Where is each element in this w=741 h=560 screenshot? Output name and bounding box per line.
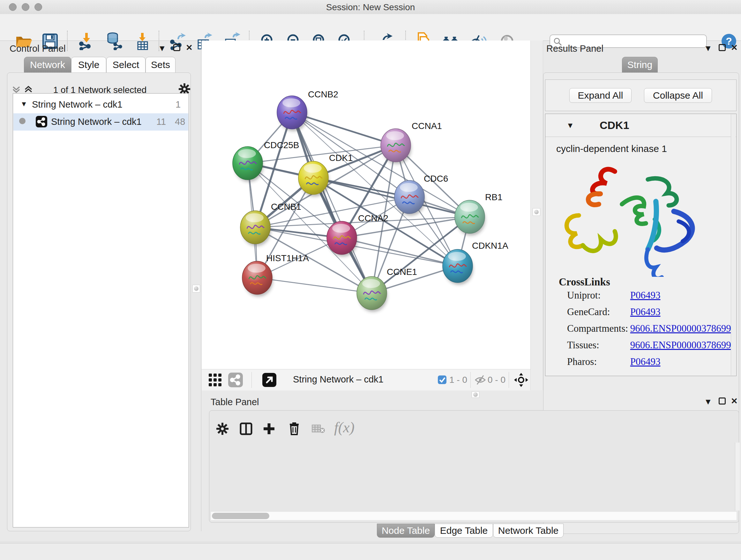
network-edge-count: 48 [175,117,185,127]
crosslink-genecard-link[interactable]: P06493 [630,306,661,317]
network-node-CCNE1[interactable]: CCNE1 [357,267,417,312]
protein-description: cyclin-dependent kinase 1 [556,143,667,154]
crosslink-row: Uniprot: P06493 [567,290,733,304]
results-scrollbar[interactable] [731,114,736,375]
grid-view-icon[interactable] [208,373,222,387]
collapse-all-button[interactable]: Collapse All [644,88,712,103]
network-view-title: String Network – cdk1 [293,374,384,385]
crosslink-compartments-link[interactable]: 9606.ENSP00000378699 [630,323,731,334]
main-toolbar: ? [0,14,741,41]
tab-string[interactable]: String [622,57,658,73]
delete-column-icon[interactable] [288,422,300,435]
results-panel-float-icon[interactable] [719,44,726,51]
results-panel-title: Results Panel [546,44,603,54]
crosslink-row: Compartments: 9606.ENSP00000378699 [567,323,733,337]
network-node-label: CDC6 [424,174,448,184]
tab-network-table[interactable]: Network Table [493,523,563,538]
network-node-label: RB1 [485,192,502,202]
crosslink-label: Uniprot: [567,290,628,301]
crosslink-label: Pharos: [567,356,628,368]
crosslink-tissues-link[interactable]: 9606.ENSP00000378699 [630,339,731,351]
network-node-CCNA1[interactable]: CCNA1 [381,121,442,164]
horizontal-splitter-handle[interactable] [472,391,479,398]
control-panel-menu-icon[interactable]: ▼ [158,44,166,52]
toolbar-separator [67,30,68,51]
protein-card-header[interactable]: ▼ CDK1 [545,114,736,137]
delete-table-icon-disabled [312,425,325,434]
network-node-label: CDK1 [329,153,353,163]
network-node-CDKN1A[interactable]: CDKN1A [443,241,509,285]
table-panel-menu-icon[interactable]: ▼ [704,397,712,406]
network-node-label: CCNE1 [387,267,417,277]
crosslink-uniprot-link[interactable]: P06493 [630,290,661,301]
hidden-node-edge-count: 0 - 0 [488,375,506,385]
import-network-database-icon[interactable] [105,32,123,50]
tab-edge-table[interactable]: Edge Table [434,523,493,538]
network-node-label: CDC25B [264,140,299,150]
table-horizontal-scrollbar[interactable] [211,512,737,520]
tab-network[interactable]: Network [24,57,71,73]
network-node-HIST1H1A[interactable]: HIST1H1A [242,253,309,297]
control-panel-title: Control Panel [10,44,66,54]
results-panel-close-icon[interactable]: ✕ [731,44,738,52]
network-collection-row[interactable]: ▼ String Network – cdk1 1 [13,96,188,113]
expand-collapse-bar: Expand All Collapse All [545,79,737,111]
selected-node-edge-count: 1 - 0 [449,375,467,385]
protein-collapse-icon[interactable]: ▼ [566,121,574,130]
network-node-label: CCNB2 [308,89,338,99]
network-edge-CCNB2-CCNA1[interactable] [292,112,396,145]
birdseye-navigator-icon[interactable] [514,373,529,387]
string-app-icon [36,116,47,127]
collection-label: String Network – cdk1 [32,99,123,110]
control-panel-float-icon[interactable] [173,44,180,51]
crosslink-row: GeneCard: P06493 [567,306,733,320]
tab-style[interactable]: Style [71,57,106,73]
network-edge-HIST1H1A-CCNE1[interactable] [257,278,372,293]
right-splitter-handle[interactable] [533,208,540,216]
collection-expand-icon[interactable]: ▼ [20,100,27,108]
crosslink-label: Compartments: [567,323,628,334]
crosslink-pharos-link[interactable]: P06493 [630,356,661,367]
table-panel-float-icon[interactable] [719,397,726,405]
crosslink-label: Tissues: [567,339,628,351]
network-node-label: CCNA1 [412,121,442,131]
network-row-selected[interactable]: String Network – cdk1 11 48 [13,113,188,131]
network-edge-CCNA2-CDKN1A[interactable] [342,238,458,266]
status-bar: Memory [0,543,741,560]
tab-select[interactable]: Select [106,57,145,73]
toolbar-separator [470,372,471,388]
crosslink-row: Pharos: P06493 [567,356,733,370]
results-panel-menu-icon[interactable]: ▼ [704,44,712,52]
network-node-label: CDKN1A [472,241,509,251]
function-builder-icon: f(x) [334,419,354,436]
crosslink-label: GeneCard: [567,306,628,318]
string-view-icon[interactable] [228,373,243,387]
left-splitter[interactable] [201,41,201,531]
show-columns-icon[interactable] [240,422,253,435]
toolbar-separator [252,372,252,388]
import-table-file-icon[interactable] [133,32,151,50]
network-edge-CCNB2-CCNE1[interactable] [292,112,372,293]
expand-all-button[interactable]: Expand All [569,88,631,103]
network-view-toolbar: String Network – cdk1 1 - 0 0 - 0 [202,369,530,390]
scrollbar-thumb[interactable] [212,513,269,519]
network-canvas[interactable]: CCNB2CCNA1CDC25BCDK1CDC6RB1CCNB1CCNA2CDK… [202,41,530,369]
table-vertical-scrollbar[interactable] [735,442,740,510]
left-splitter-handle[interactable] [192,285,200,293]
network-node-label: HIST1H1A [266,253,309,263]
table-panel-close-icon[interactable]: ✕ [731,397,738,405]
add-column-icon[interactable] [263,422,275,435]
network-label: String Network – cdk1 [51,117,142,127]
tab-sets[interactable]: Sets [145,57,176,73]
table-options-gear-icon[interactable] [216,422,229,435]
window-title: Session: New Session [0,2,741,12]
toolbar-separator [509,372,509,388]
import-network-file-icon[interactable] [77,32,95,50]
network-tree: ▼ String Network – cdk1 1 String Network… [13,93,189,527]
network-status-dot-icon [19,118,25,124]
detach-view-icon[interactable] [262,373,276,387]
network-node-RB1[interactable]: RB1 [455,192,502,236]
selected-checkbox-icon[interactable] [438,375,447,384]
control-panel-close-icon[interactable]: ✕ [186,44,193,52]
tab-node-table[interactable]: Node Table [377,523,434,538]
